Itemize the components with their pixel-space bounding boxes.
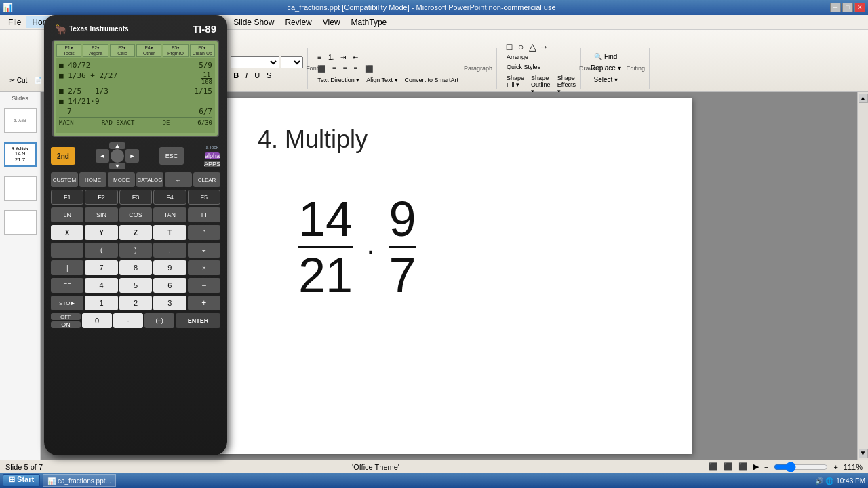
calc-btn-lparen[interactable]: ( (85, 243, 117, 258)
calc-btn-power[interactable]: ^ (188, 225, 220, 240)
view-normal-icon[interactable]: ⬛ (709, 462, 718, 471)
calc-btn-ee[interactable]: EE (51, 278, 83, 293)
calc-btn-5[interactable]: 5 (119, 278, 152, 293)
calc-btn-0[interactable]: 0 (82, 313, 112, 328)
zoom-in-button[interactable]: + (833, 463, 837, 471)
scroll-up-button[interactable]: ▲ (859, 94, 868, 103)
menu-file[interactable]: File (3, 16, 26, 28)
minimize-button[interactable]: ─ (830, 3, 841, 12)
calc-btn-right[interactable]: ► (125, 149, 139, 163)
text-direction-button[interactable]: Text Direction ▾ (315, 75, 362, 85)
calc-btn-t[interactable]: T (153, 225, 186, 240)
calc-btn-enter[interactable]: ENTER (176, 313, 220, 328)
calc-btn-equals[interactable]: = (51, 243, 83, 258)
calc-btn-f1[interactable]: F1 (51, 190, 83, 205)
calc-btn-9[interactable]: 9 (153, 260, 186, 275)
font-size-select[interactable] (281, 56, 303, 68)
justify-button[interactable]: ≡ (351, 64, 361, 74)
view-reading-icon[interactable]: ⬛ (738, 462, 748, 471)
italic-button[interactable]: I (243, 70, 250, 81)
calc-btn-left[interactable]: ◄ (96, 149, 109, 163)
strikethrough-button[interactable]: S (264, 70, 274, 81)
window-controls[interactable]: ─ □ ✕ (830, 3, 865, 12)
calc-btn-tan[interactable]: TAN (153, 207, 186, 222)
calc-btn-backspace[interactable]: ← (165, 172, 192, 187)
calc-fkey-4[interactable]: F4▾Other (136, 44, 161, 57)
shape-button-2[interactable]: ○ (515, 41, 526, 52)
menu-mathtype[interactable]: MathType (346, 16, 393, 28)
bullets-button[interactable]: ≡ (315, 52, 324, 62)
align-center-button[interactable]: ≡ (330, 64, 339, 74)
align-text-button[interactable]: Align Text ▾ (363, 75, 400, 85)
bold-button[interactable]: B (231, 70, 241, 81)
view-slideshow-icon[interactable]: ▶ (753, 462, 759, 471)
calc-btn-f3[interactable]: F3 (119, 190, 152, 205)
slide-thumb-7[interactable]: 7 (4, 210, 37, 235)
calc-btn-down[interactable]: ▼ (109, 163, 125, 169)
menu-view[interactable]: View (317, 16, 346, 28)
calc-btn-comma[interactable]: , (153, 243, 186, 258)
align-left-button[interactable]: ⬛ (315, 64, 328, 74)
calc-fkey-2[interactable]: F2▾Algbra (83, 44, 108, 57)
calc-btn-negate[interactable]: (−) (144, 313, 174, 328)
calc-fkey-6[interactable]: F6▾Clean Up (190, 44, 215, 57)
calc-btn-apps[interactable]: APPS (204, 161, 220, 167)
calc-btn-f2[interactable]: F2 (85, 190, 117, 205)
calc-fkey-1[interactable]: F1▾Tools (56, 44, 81, 57)
indent-button[interactable]: ⇥ (338, 52, 349, 62)
calc-btn-x[interactable]: X (51, 225, 83, 240)
shape-button-4[interactable]: → (538, 41, 549, 52)
vertical-scrollbar[interactable]: ▲ ▼ (857, 92, 868, 460)
calc-btn-ln[interactable]: LN (51, 207, 83, 222)
calc-btn-add[interactable]: + (188, 296, 220, 310)
arrange-button[interactable]: Arrange (504, 52, 531, 62)
shape-button-3[interactable]: △ (527, 41, 538, 52)
slide-thumb-5[interactable]: 5 4. Multiply 14 9 21 7 (4, 142, 37, 167)
calc-btn-1[interactable]: 1 (85, 296, 117, 310)
start-button[interactable]: ⊞ Start (3, 474, 40, 487)
calc-btn-custom[interactable]: CUSTOM (51, 172, 78, 187)
calc-btn-multiply[interactable]: × (188, 260, 220, 275)
outdent-button[interactable]: ⇤ (350, 52, 361, 62)
underline-button[interactable]: U (252, 70, 262, 81)
calc-btn-home[interactable]: HOME (79, 172, 106, 187)
taskbar-ppt-btn[interactable]: 📊 ca_fractions.ppt... (43, 474, 116, 487)
shape-button-1[interactable]: □ (504, 41, 515, 52)
zoom-slider[interactable] (774, 463, 828, 471)
calc-btn-pipe[interactable]: | (51, 260, 83, 275)
calc-nav-center-btn[interactable] (111, 149, 124, 163)
menu-review[interactable]: Review (279, 16, 317, 28)
calc-btn-2[interactable]: 2 (119, 296, 152, 310)
maximize-button[interactable]: □ (842, 3, 853, 12)
calc-btn-6[interactable]: 6 (153, 278, 186, 293)
calc-btn-divide[interactable]: ÷ (188, 243, 220, 258)
close-button[interactable]: ✕ (854, 3, 865, 12)
menu-slideshow[interactable]: Slide Show (228, 16, 279, 28)
calc-btn-clear[interactable]: CLEAR (193, 172, 220, 187)
align-right-button[interactable]: ≡ (340, 64, 350, 74)
columns-button[interactable]: ⬛ (362, 64, 376, 74)
calc-btn-2nd[interactable]: 2nd (51, 147, 75, 165)
calc-btn-y[interactable]: Y (85, 225, 117, 240)
calc-btn-esc[interactable]: ESC (159, 147, 184, 165)
calc-btn-mode[interactable]: MODE (108, 172, 135, 187)
cut-button[interactable]: ✂ Cut (7, 75, 30, 85)
calc-btn-decimal[interactable]: · (113, 313, 143, 328)
numbering-button[interactable]: 1. (326, 52, 336, 62)
calc-btn-up[interactable]: ▲ (109, 142, 125, 149)
convert-smartart-button[interactable]: Convert to SmartArt (402, 75, 462, 85)
select-button[interactable]: Select ▾ (588, 75, 623, 85)
calc-btn-alpha[interactable]: alpha (205, 152, 220, 159)
find-button[interactable]: 🔍 Find (588, 52, 623, 62)
calc-btn-sin[interactable]: SIN (85, 207, 117, 222)
calc-btn-8[interactable]: 8 (119, 260, 152, 275)
calc-btn-3[interactable]: 3 (153, 296, 186, 310)
replace-button[interactable]: Replace ▾ (588, 63, 623, 73)
slide-thumb-6[interactable]: 6 (4, 176, 37, 201)
slide-thumb-4[interactable]: 4 3. Add (4, 108, 37, 133)
font-family-select[interactable] (231, 56, 279, 68)
zoom-out-button[interactable]: − (764, 463, 768, 471)
calc-btn-4[interactable]: 4 (85, 278, 117, 293)
calc-btn-f5[interactable]: F5 (188, 190, 220, 205)
calc-btn-off[interactable]: OFF (51, 313, 81, 320)
